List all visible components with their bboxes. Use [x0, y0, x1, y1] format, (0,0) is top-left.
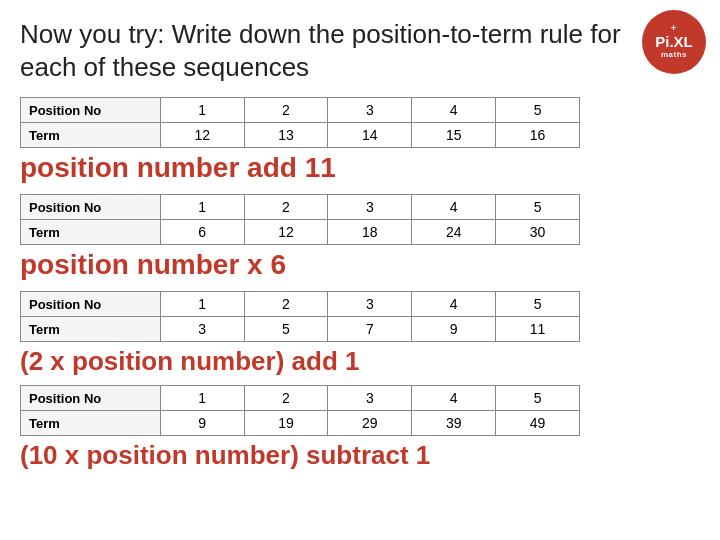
term-val-1: 12	[160, 123, 244, 148]
position-no-val-1: 1	[160, 98, 244, 123]
sequence-table-4: Position No12345Term919293949	[20, 385, 580, 436]
term-label: Term	[21, 220, 161, 245]
sequence-answer-1: position number add 11	[20, 152, 700, 184]
position-no-val-4: 4	[412, 98, 496, 123]
term-val-1: 9	[160, 411, 244, 436]
position-no-val-5: 5	[496, 386, 580, 411]
position-no-val-4: 4	[412, 195, 496, 220]
logo-text: + Pi.XL maths	[655, 24, 693, 59]
position-no-val-5: 5	[496, 195, 580, 220]
position-no-val-4: 4	[412, 292, 496, 317]
page-title: Now you try: Write down the position-to-…	[20, 18, 640, 83]
sequence-answer-3: (2 x position number) add 1	[20, 346, 700, 377]
sequence-block-1: Position No12345Term1213141516position n…	[20, 97, 700, 184]
sequence-table-2: Position No12345Term612182430	[20, 194, 580, 245]
position-no-label: Position No	[21, 386, 161, 411]
table-term-row: Term612182430	[21, 220, 580, 245]
position-no-val-2: 2	[244, 386, 328, 411]
position-no-val-5: 5	[496, 292, 580, 317]
term-val-5: 11	[496, 317, 580, 342]
term-val-3: 29	[328, 411, 412, 436]
sequence-table-1: Position No12345Term1213141516	[20, 97, 580, 148]
term-val-1: 3	[160, 317, 244, 342]
sequence-block-4: Position No12345Term919293949(10 x posit…	[20, 385, 700, 471]
position-no-val-1: 1	[160, 292, 244, 317]
term-val-5: 49	[496, 411, 580, 436]
term-val-4: 39	[412, 411, 496, 436]
position-no-val-2: 2	[244, 98, 328, 123]
term-val-4: 9	[412, 317, 496, 342]
sequence-block-3: Position No12345Term357911(2 x position …	[20, 291, 700, 377]
pixl-logo: + Pi.XL maths	[642, 10, 706, 74]
position-no-val-1: 1	[160, 195, 244, 220]
term-val-1: 6	[160, 220, 244, 245]
sequences-container: Position No12345Term1213141516position n…	[20, 97, 700, 471]
term-val-4: 24	[412, 220, 496, 245]
position-no-val-3: 3	[328, 386, 412, 411]
position-no-label: Position No	[21, 98, 161, 123]
table-term-row: Term357911	[21, 317, 580, 342]
position-no-label: Position No	[21, 195, 161, 220]
sequence-answer-4: (10 x position number) subtract 1	[20, 440, 700, 471]
table-header-row: Position No12345	[21, 98, 580, 123]
table-header-row: Position No12345	[21, 195, 580, 220]
position-no-val-3: 3	[328, 292, 412, 317]
term-val-5: 16	[496, 123, 580, 148]
term-val-2: 13	[244, 123, 328, 148]
term-label: Term	[21, 411, 161, 436]
sequence-block-2: Position No12345Term612182430position nu…	[20, 194, 700, 281]
page: + Pi.XL maths Now you try: Write down th…	[0, 0, 720, 540]
term-val-2: 19	[244, 411, 328, 436]
term-label: Term	[21, 317, 161, 342]
sequence-table-3: Position No12345Term357911	[20, 291, 580, 342]
table-term-row: Term919293949	[21, 411, 580, 436]
term-val-3: 14	[328, 123, 412, 148]
table-header-row: Position No12345	[21, 292, 580, 317]
term-val-5: 30	[496, 220, 580, 245]
position-no-val-2: 2	[244, 292, 328, 317]
position-no-val-2: 2	[244, 195, 328, 220]
position-no-val-5: 5	[496, 98, 580, 123]
position-no-label: Position No	[21, 292, 161, 317]
term-val-2: 5	[244, 317, 328, 342]
term-val-2: 12	[244, 220, 328, 245]
position-no-val-3: 3	[328, 195, 412, 220]
term-val-3: 7	[328, 317, 412, 342]
table-term-row: Term1213141516	[21, 123, 580, 148]
position-no-val-4: 4	[412, 386, 496, 411]
table-header-row: Position No12345	[21, 386, 580, 411]
term-val-4: 15	[412, 123, 496, 148]
position-no-val-3: 3	[328, 98, 412, 123]
sequence-answer-2: position number x 6	[20, 249, 700, 281]
term-label: Term	[21, 123, 161, 148]
term-val-3: 18	[328, 220, 412, 245]
position-no-val-1: 1	[160, 386, 244, 411]
